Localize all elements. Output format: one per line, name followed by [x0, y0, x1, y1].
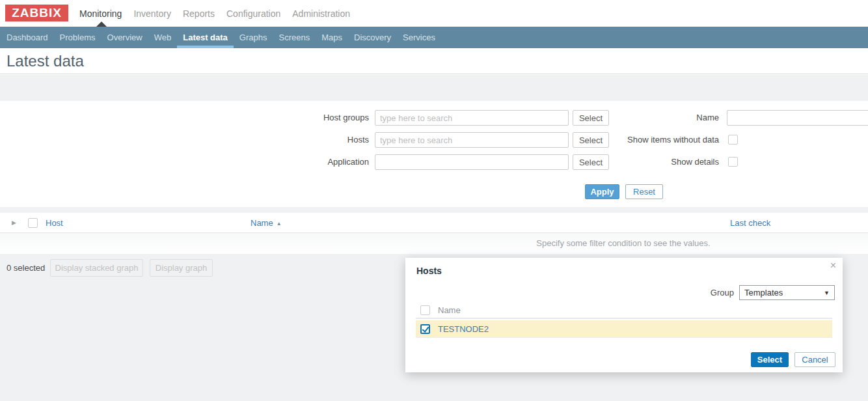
- title-bar: Latest data: [0, 48, 868, 74]
- hosts-label: Hosts: [265, 132, 369, 148]
- top-menu-item-monitoring[interactable]: Monitoring: [74, 8, 128, 19]
- top-menu-item-reports[interactable]: Reports: [177, 8, 221, 19]
- name-column-header[interactable]: Name▲: [251, 213, 282, 234]
- subnav-item-overview[interactable]: Overview: [102, 27, 148, 48]
- top-menu: Monitoring Inventory Reports Configurati…: [74, 0, 356, 27]
- expand-toggle-icon[interactable]: ▶: [12, 213, 16, 233]
- active-menu-caret-icon: [96, 21, 107, 27]
- name-column-label: Name: [251, 218, 273, 228]
- sub-nav: Dashboard Problems Overview Web Latest d…: [0, 27, 868, 48]
- empty-results-row: Specify some filter condition to see the…: [0, 233, 868, 254]
- results-table: ▶ Host Name▲ Last check Specify some fil…: [0, 213, 868, 254]
- hosts-input[interactable]: [375, 132, 569, 148]
- apply-button[interactable]: Apply: [585, 184, 619, 199]
- show-items-without-data-label: Show items without data: [615, 132, 719, 148]
- host-groups-select-button[interactable]: Select: [573, 110, 609, 126]
- subnav-item-graphs[interactable]: Graphs: [234, 27, 273, 48]
- hosts-select-button[interactable]: Select: [573, 132, 609, 148]
- last-check-column-header[interactable]: Last check: [730, 213, 770, 233]
- subnav-item-latest-data[interactable]: Latest data: [177, 27, 234, 48]
- modal-select-button[interactable]: Select: [751, 352, 789, 367]
- sort-asc-icon: ▲: [277, 221, 282, 227]
- host-groups-label: Host groups: [265, 110, 369, 126]
- results-table-header: ▶ Host Name▲ Last check: [0, 213, 868, 233]
- show-details-label: Show details: [615, 154, 719, 170]
- empty-results-message: Specify some filter condition to see the…: [455, 233, 791, 254]
- host-row[interactable]: TESTNODE2: [416, 320, 832, 338]
- modal-name-column-header: Name: [438, 302, 461, 319]
- application-label: Application: [265, 154, 369, 170]
- name-filter-input[interactable]: [727, 110, 868, 126]
- subnav-item-problems[interactable]: Problems: [54, 27, 102, 48]
- display-graph-button[interactable]: Display graph: [150, 259, 213, 277]
- subnav-item-dashboard[interactable]: Dashboard: [1, 27, 54, 48]
- top-menu-item-administration[interactable]: Administration: [286, 8, 356, 19]
- zabbix-app: ZABBIX Monitoring Inventory Reports Conf…: [0, 0, 868, 401]
- application-select-button[interactable]: Select: [573, 154, 609, 170]
- show-details-checkbox[interactable]: [728, 157, 738, 167]
- page-title: Latest data: [7, 52, 84, 70]
- top-menu-item-configuration[interactable]: Configuration: [221, 8, 286, 19]
- host-row-link[interactable]: TESTNODE2: [438, 320, 489, 338]
- selected-count: 0 selected: [7, 259, 45, 277]
- host-row-checkbox[interactable]: [420, 324, 430, 334]
- reset-button[interactable]: Reset: [625, 184, 663, 199]
- select-all-checkbox[interactable]: [28, 218, 38, 228]
- subnav-item-maps[interactable]: Maps: [316, 27, 348, 48]
- hosts-modal: Hosts × Group Templates ▼ Name TESTNODE2…: [405, 258, 843, 372]
- show-items-without-data-checkbox[interactable]: [728, 135, 738, 145]
- modal-cancel-button[interactable]: Cancel: [794, 352, 835, 367]
- display-stacked-graph-button[interactable]: Display stacked graph: [50, 259, 143, 277]
- subnav-item-discovery[interactable]: Discovery: [348, 27, 397, 48]
- application-input[interactable]: [375, 154, 569, 170]
- top-menu-item-inventory[interactable]: Inventory: [128, 8, 177, 19]
- subnav-item-screens[interactable]: Screens: [273, 27, 316, 48]
- zabbix-logo[interactable]: ZABBIX: [5, 5, 68, 21]
- host-groups-input[interactable]: [375, 110, 569, 126]
- name-filter-label: Name: [615, 110, 719, 126]
- subnav-item-web[interactable]: Web: [148, 27, 178, 48]
- top-bar: ZABBIX Monitoring Inventory Reports Conf…: [0, 0, 868, 27]
- group-label: Group: [711, 285, 734, 300]
- modal-table-header: Name: [416, 302, 832, 319]
- group-select-value: Templates: [744, 288, 783, 297]
- subnav-item-services[interactable]: Services: [397, 27, 441, 48]
- modal-select-all-checkbox[interactable]: [420, 305, 430, 315]
- group-select[interactable]: Templates ▼: [739, 285, 835, 300]
- modal-title: Hosts: [416, 266, 442, 276]
- dropdown-arrow-icon: ▼: [824, 290, 830, 296]
- close-icon[interactable]: ×: [830, 260, 836, 271]
- host-column-header[interactable]: Host: [46, 213, 63, 233]
